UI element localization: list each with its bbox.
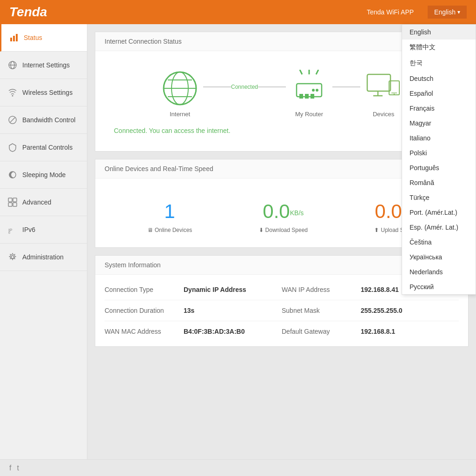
logo: Tenda [9, 5, 47, 20]
lang-option[interactable]: Русский [402, 279, 476, 294]
sleeping-mode-icon [7, 170, 18, 180]
svg-rect-0 [10, 38, 12, 41]
lang-option[interactable]: 한국 [402, 55, 476, 71]
footer: f t [0, 459, 476, 476]
svg-line-23 [316, 70, 318, 74]
lang-option[interactable]: Polski [402, 145, 476, 160]
language-dropdown: English繁體中文한국DeutschEspañolFrançaisMagya… [402, 24, 476, 295]
line-right [258, 86, 286, 87]
device-count-label: 🖥 Online Devices [147, 227, 192, 233]
lang-option[interactable]: Türkçe [402, 190, 476, 205]
svg-rect-25 [299, 94, 303, 99]
language-button[interactable]: English [428, 6, 467, 19]
info-label: Connection Duration [105, 307, 174, 314]
sidebar-item-administration[interactable]: Administration [0, 244, 87, 271]
svg-rect-2 [16, 34, 18, 41]
svg-line-21 [300, 70, 302, 74]
sidebar-label-bandwidth-control: Bandwidth Control [22, 116, 75, 124]
svg-point-29 [316, 89, 318, 92]
sidebar-item-wireless-settings[interactable]: Wireless Settings [0, 79, 87, 106]
svg-text:6: 6 [8, 231, 10, 234]
info-value: 192.168.8.1 [361, 328, 395, 335]
svg-rect-10 [13, 198, 17, 202]
sidebar-label-internet-settings: Internet Settings [22, 61, 70, 69]
sidebar-item-sleeping-mode[interactable]: Sleeping Mode [0, 161, 87, 189]
lang-option[interactable]: 繁體中文 [402, 40, 476, 55]
sidebar-label-advanced: Advanced [22, 198, 51, 206]
svg-rect-26 [305, 94, 309, 99]
sidebar-item-advanced[interactable]: Advanced [0, 189, 87, 216]
sidebar-label-parental-controls: Parental Controls [22, 144, 73, 151]
lang-option[interactable]: Nederlands [402, 264, 476, 279]
lang-option[interactable]: Port. (Amér.Lat.) [402, 205, 476, 220]
download-icon: ⬇ [259, 227, 264, 233]
status-icon [9, 33, 19, 43]
administration-icon [7, 252, 18, 262]
info-label: Subnet Mask [282, 307, 351, 314]
lang-option[interactable]: Português [402, 160, 476, 175]
connected-label: Connected [231, 84, 258, 90]
devices-label: Devices [373, 111, 394, 118]
internet-settings-icon [7, 60, 18, 70]
sidebar-label-wireless-settings: Wireless Settings [22, 89, 73, 96]
info-value: 13s [184, 307, 194, 314]
lang-option[interactable]: Română [402, 175, 476, 190]
monitor-small-icon: 🖥 [147, 227, 153, 233]
status-line-left: Connected [203, 84, 286, 90]
info-cell-left: WAN MAC Address B4:0F:3B:AD:3A:B0 [105, 328, 282, 335]
bandwidth-control-icon [7, 115, 18, 125]
info-cell-left: Connection Type Dynamic IP Address [105, 286, 282, 293]
info-cell-right: Subnet Mask 255.255.255.0 [282, 307, 459, 314]
status-line-right [332, 86, 360, 87]
svg-rect-11 [8, 203, 12, 206]
router-icon [291, 70, 328, 107]
sidebar-label-ipv6: IPv6 [22, 226, 35, 233]
info-value: Dynamic IP Address [184, 286, 246, 293]
line-left [203, 86, 231, 87]
download-speed-item: 0.0KB/s ⬇ Download Speed [259, 202, 308, 233]
sidebar: StatusInternet SettingsWireless Settings… [0, 24, 87, 459]
ipv6-icon: IP6 [7, 225, 18, 235]
line-mid [332, 86, 360, 87]
info-label: Default Gateway [282, 328, 351, 335]
download-label: ⬇ Download Speed [259, 227, 308, 233]
router-label: My Router [295, 111, 323, 118]
wifi-app-label: Tenda WiFi APP [367, 8, 414, 16]
twitter-icon[interactable]: t [17, 464, 19, 472]
lang-option[interactable]: Español [402, 86, 476, 101]
lang-option[interactable]: Deutsch [402, 71, 476, 86]
sidebar-label-administration: Administration [22, 253, 64, 261]
sidebar-item-status[interactable]: Status [0, 24, 87, 52]
sidebar-item-internet-settings[interactable]: Internet Settings [0, 52, 87, 79]
wireless-settings-icon [7, 87, 18, 98]
sidebar-item-parental-controls[interactable]: Parental Controls [0, 134, 87, 161]
lang-option[interactable]: Français [402, 101, 476, 116]
lang-option[interactable]: Čeština [402, 235, 476, 250]
svg-point-15 [11, 256, 14, 258]
lang-option[interactable]: Magyar [402, 116, 476, 131]
svg-point-28 [312, 89, 315, 92]
sidebar-item-ipv6[interactable]: IP6IPv6 [0, 216, 87, 244]
lang-option[interactable]: English [402, 25, 476, 40]
advanced-icon [7, 197, 18, 207]
info-value: 255.255.255.0 [361, 307, 403, 314]
device-count-value: 1 [164, 202, 175, 221]
info-value: B4:0F:3B:AD:3A:B0 [184, 328, 245, 335]
svg-point-35 [394, 94, 395, 95]
info-value: 192.168.8.41 [361, 286, 399, 293]
table-row: WAN MAC Address B4:0F:3B:AD:3A:B0 Defaul… [105, 321, 459, 342]
lang-option[interactable]: Italiano [402, 131, 476, 145]
sidebar-label-status: Status [24, 34, 42, 41]
lang-option[interactable]: Esp. (Amér. Lat.) [402, 220, 476, 235]
table-row: Connection Duration 13s Subnet Mask 255.… [105, 300, 459, 321]
internet-status-item: Internet [161, 70, 198, 118]
globe-icon [161, 70, 198, 107]
facebook-icon[interactable]: f [9, 464, 11, 472]
devices-status-item: Devices [365, 70, 402, 118]
sidebar-label-sleeping-mode: Sleeping Mode [22, 171, 66, 178]
info-label: WAN IP Address [282, 286, 351, 293]
lang-option[interactable]: Українська [402, 250, 476, 264]
internet-label: Internet [170, 111, 190, 118]
sidebar-item-bandwidth-control[interactable]: Bandwidth Control [0, 106, 87, 134]
devices-icon [365, 70, 402, 107]
